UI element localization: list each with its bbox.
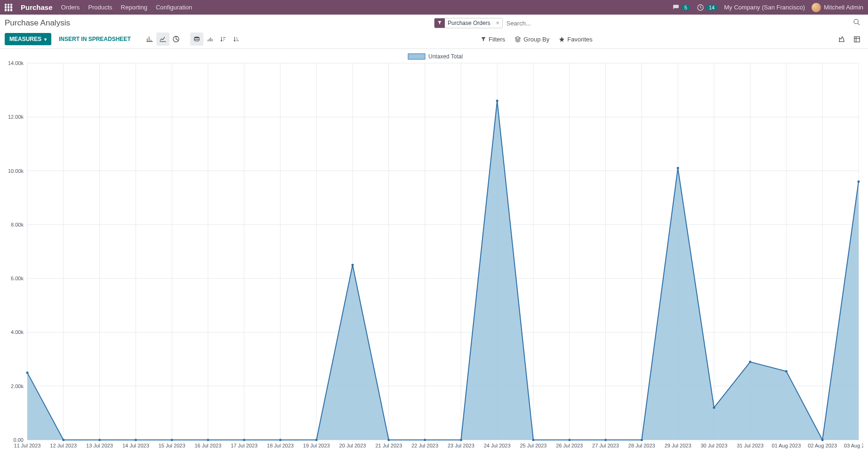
topbar-right: 5 14 My Company (San Francisco) Mitchell… bbox=[672, 3, 863, 12]
messages-count: 5 bbox=[682, 5, 690, 10]
chart-type-group bbox=[143, 32, 183, 46]
sort-asc-icon[interactable] bbox=[230, 32, 243, 46]
graph-view-icon[interactable] bbox=[835, 32, 848, 46]
svg-point-91 bbox=[749, 361, 751, 363]
svg-point-87 bbox=[604, 439, 607, 441]
favorites-button[interactable]: Favorites bbox=[559, 36, 592, 43]
activities-button[interactable]: 14 bbox=[697, 4, 717, 11]
star-icon bbox=[559, 36, 565, 42]
chart-container: Untaxed Total0.002.00k4.00k6.00k8.00k10.… bbox=[0, 49, 868, 455]
svg-text:19 Jul 2023: 19 Jul 2023 bbox=[303, 443, 330, 448]
svg-text:01 Aug 2023: 01 Aug 2023 bbox=[772, 443, 801, 448]
line-chart-icon[interactable] bbox=[156, 32, 169, 46]
svg-point-94 bbox=[858, 180, 860, 183]
cumulative-icon[interactable] bbox=[203, 32, 217, 46]
svg-text:14.00k: 14.00k bbox=[8, 60, 24, 66]
groupby-label: Group By bbox=[523, 36, 549, 43]
nav-orders[interactable]: Orders bbox=[61, 4, 80, 11]
svg-text:0.00: 0.00 bbox=[14, 437, 24, 443]
search-icon[interactable] bbox=[850, 18, 863, 28]
filter-chip-remove[interactable]: × bbox=[493, 18, 502, 28]
svg-point-89 bbox=[677, 167, 679, 169]
svg-text:30 Jul 2023: 30 Jul 2023 bbox=[700, 443, 727, 448]
svg-text:24 Jul 2023: 24 Jul 2023 bbox=[484, 443, 511, 448]
topbar: Purchase Orders Products Reporting Confi… bbox=[0, 0, 868, 15]
svg-point-83 bbox=[460, 439, 462, 441]
filter-chip-purchase-orders[interactable]: Purchase Orders × bbox=[434, 18, 503, 28]
sort-desc-icon[interactable] bbox=[217, 32, 230, 46]
svg-text:25 Jul 2023: 25 Jul 2023 bbox=[520, 443, 547, 448]
groupby-button[interactable]: Group By bbox=[514, 36, 549, 43]
svg-point-86 bbox=[568, 439, 571, 441]
clock-icon bbox=[697, 4, 704, 11]
avatar bbox=[812, 3, 821, 12]
svg-text:15 Jul 2023: 15 Jul 2023 bbox=[159, 443, 185, 448]
svg-text:6.00k: 6.00k bbox=[11, 276, 24, 281]
app-brand[interactable]: Purchase bbox=[21, 3, 53, 11]
svg-point-82 bbox=[424, 439, 426, 441]
svg-text:16 Jul 2023: 16 Jul 2023 bbox=[194, 443, 221, 448]
user-menu[interactable]: Mitchell Admin bbox=[812, 3, 863, 12]
svg-text:02 Aug 2023: 02 Aug 2023 bbox=[808, 443, 837, 448]
pie-chart-icon[interactable] bbox=[169, 32, 183, 46]
svg-point-75 bbox=[171, 439, 173, 441]
svg-text:27 Jul 2023: 27 Jul 2023 bbox=[592, 443, 619, 448]
svg-text:2.00k: 2.00k bbox=[11, 383, 24, 389]
svg-point-1 bbox=[854, 19, 858, 24]
svg-point-74 bbox=[135, 439, 137, 441]
apps-icon[interactable] bbox=[5, 4, 12, 11]
svg-point-85 bbox=[532, 439, 534, 441]
svg-point-81 bbox=[387, 439, 390, 441]
svg-point-90 bbox=[713, 406, 715, 409]
favorites-label: Favorites bbox=[567, 36, 592, 43]
svg-point-77 bbox=[243, 439, 245, 441]
filter-chip-label: Purchase Orders bbox=[445, 18, 493, 28]
chat-icon bbox=[672, 4, 680, 11]
svg-text:29 Jul 2023: 29 Jul 2023 bbox=[665, 443, 691, 448]
svg-point-92 bbox=[785, 370, 788, 373]
messages-button[interactable]: 5 bbox=[672, 4, 690, 11]
svg-text:Untaxed Total: Untaxed Total bbox=[428, 53, 463, 60]
measures-button[interactable]: MEASURES bbox=[5, 33, 51, 45]
activities-count: 14 bbox=[706, 5, 717, 10]
svg-text:4.00k: 4.00k bbox=[11, 329, 24, 335]
svg-text:12 Jul 2023: 12 Jul 2023 bbox=[50, 443, 77, 448]
nav-reporting[interactable]: Reporting bbox=[121, 4, 147, 11]
nav-products[interactable]: Products bbox=[88, 4, 112, 11]
area-chart: Untaxed Total0.002.00k4.00k6.00k8.00k10.… bbox=[5, 53, 863, 455]
toolbar: MEASURES INSERT IN SPREADSHEET Filters G… bbox=[0, 30, 868, 49]
filter-icon bbox=[481, 36, 486, 42]
pivot-view-icon[interactable] bbox=[850, 32, 863, 46]
company-switcher[interactable]: My Company (San Francisco) bbox=[724, 4, 805, 11]
svg-rect-5 bbox=[408, 54, 425, 59]
subheader: Purchase Analysis Purchase Orders × bbox=[0, 15, 868, 30]
svg-point-72 bbox=[62, 439, 64, 441]
filters-label: Filters bbox=[489, 36, 505, 43]
chart-opts-group bbox=[190, 32, 243, 46]
svg-text:17 Jul 2023: 17 Jul 2023 bbox=[231, 443, 257, 448]
bar-chart-icon[interactable] bbox=[143, 32, 156, 46]
svg-point-93 bbox=[821, 439, 824, 441]
svg-point-80 bbox=[352, 264, 354, 266]
search-input[interactable] bbox=[506, 20, 850, 27]
username: Mitchell Admin bbox=[824, 4, 863, 11]
filters-button[interactable]: Filters bbox=[481, 36, 505, 43]
svg-text:23 Jul 2023: 23 Jul 2023 bbox=[448, 443, 474, 448]
svg-point-84 bbox=[496, 100, 498, 102]
svg-point-73 bbox=[98, 439, 101, 441]
svg-point-88 bbox=[641, 439, 643, 441]
svg-text:31 Jul 2023: 31 Jul 2023 bbox=[737, 443, 764, 448]
svg-text:22 Jul 2023: 22 Jul 2023 bbox=[411, 443, 438, 448]
svg-text:21 Jul 2023: 21 Jul 2023 bbox=[375, 443, 402, 448]
stacked-icon[interactable] bbox=[190, 32, 203, 46]
search-area: Purchase Orders × bbox=[434, 18, 863, 28]
svg-text:11 Jul 2023: 11 Jul 2023 bbox=[14, 443, 41, 448]
svg-point-3 bbox=[194, 37, 199, 39]
page-title: Purchase Analysis bbox=[5, 18, 70, 28]
svg-text:8.00k: 8.00k bbox=[11, 222, 24, 228]
nav-configuration[interactable]: Configuration bbox=[156, 4, 192, 11]
insert-spreadsheet-button[interactable]: INSERT IN SPREADSHEET bbox=[54, 33, 136, 45]
svg-text:18 Jul 2023: 18 Jul 2023 bbox=[267, 443, 294, 448]
svg-point-71 bbox=[26, 372, 29, 374]
svg-rect-4 bbox=[854, 36, 859, 41]
